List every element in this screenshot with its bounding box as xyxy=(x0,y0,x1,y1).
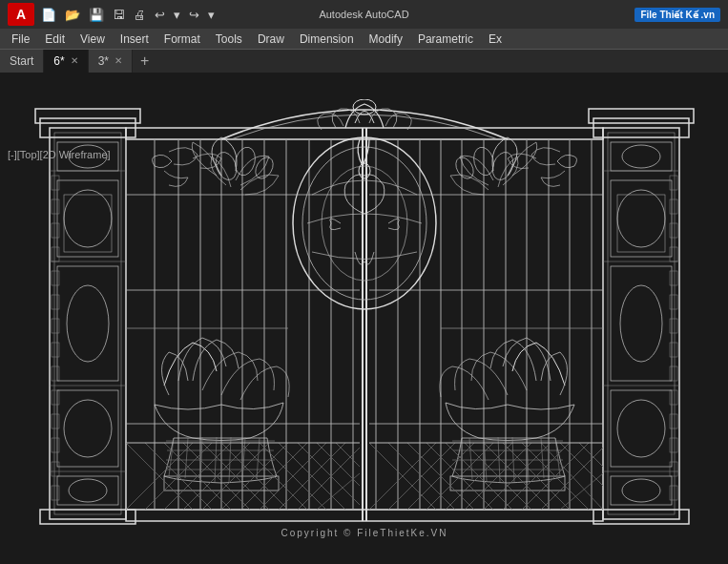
title-bar: A 📄 📂 💾 🖫 🖨 ↩ ▾ ↪ ▾ Autodesk AutoCAD Fil… xyxy=(0,0,728,29)
tab-add-button[interactable]: + xyxy=(133,50,156,73)
menu-edit[interactable]: Edit xyxy=(37,29,73,49)
tab-6-label: 6* xyxy=(53,54,64,68)
viewport-label: [-][Top][2D Wireframe] xyxy=(8,149,111,160)
menu-view[interactable]: View xyxy=(73,29,113,49)
drawing-area[interactable]: [-][Top][2D Wireframe] xyxy=(0,73,728,564)
tab-3-close[interactable]: ✕ xyxy=(114,56,122,66)
gate-drawing: Copyright © FileThietKe.VN xyxy=(29,92,699,554)
menu-bar: File Edit View Insert Format Tools Draw … xyxy=(0,29,728,50)
redo-icon[interactable]: ↪ xyxy=(186,6,202,24)
tab-3[interactable]: 3* ✕ xyxy=(89,50,133,73)
title-bar-left: A 📄 📂 💾 🖫 🖨 ↩ ▾ ↪ ▾ xyxy=(8,3,218,26)
tab-6-close[interactable]: ✕ xyxy=(71,56,78,66)
menu-insert[interactable]: Insert xyxy=(113,29,156,49)
save-icon[interactable]: 💾 xyxy=(86,6,107,24)
tab-6[interactable]: 6* ✕ xyxy=(44,50,88,73)
toolbar-icons-group: 📄 📂 💾 🖫 🖨 ↩ ▾ ↪ ▾ xyxy=(38,6,218,24)
watermark-logo: File Thiết Kế .vn xyxy=(634,8,720,22)
tabs-bar: Start 6* ✕ 3* ✕ + xyxy=(0,50,728,73)
svg-text:Copyright © FileThietKe.VN: Copyright © FileThietKe.VN xyxy=(281,528,447,538)
menu-tools[interactable]: Tools xyxy=(208,29,250,49)
undo-dropdown-icon[interactable]: ▾ xyxy=(171,6,183,24)
open-icon[interactable]: 📂 xyxy=(62,6,83,24)
new-icon[interactable]: 📄 xyxy=(38,6,59,24)
menu-modify[interactable]: Modify xyxy=(362,29,410,49)
menu-draw[interactable]: Draw xyxy=(250,29,292,49)
redo-dropdown-icon[interactable]: ▾ xyxy=(205,6,218,24)
menu-dimension[interactable]: Dimension xyxy=(292,29,362,49)
autocad-logo: A xyxy=(8,3,34,26)
menu-parametric[interactable]: Parametric xyxy=(410,29,481,49)
menu-format[interactable]: Format xyxy=(156,29,208,49)
tab-start[interactable]: Start xyxy=(0,50,44,73)
title-text: Autodesk AutoCAD xyxy=(319,9,408,20)
tab-start-label: Start xyxy=(10,54,33,68)
tab-3-label: 3* xyxy=(98,54,109,68)
undo-icon[interactable]: ↩ xyxy=(152,6,168,24)
plot-icon[interactable]: 🖨 xyxy=(131,6,149,24)
menu-file[interactable]: File xyxy=(4,29,37,49)
menu-ex[interactable]: Ex xyxy=(481,29,510,49)
save-as-icon[interactable]: 🖫 xyxy=(110,6,128,24)
